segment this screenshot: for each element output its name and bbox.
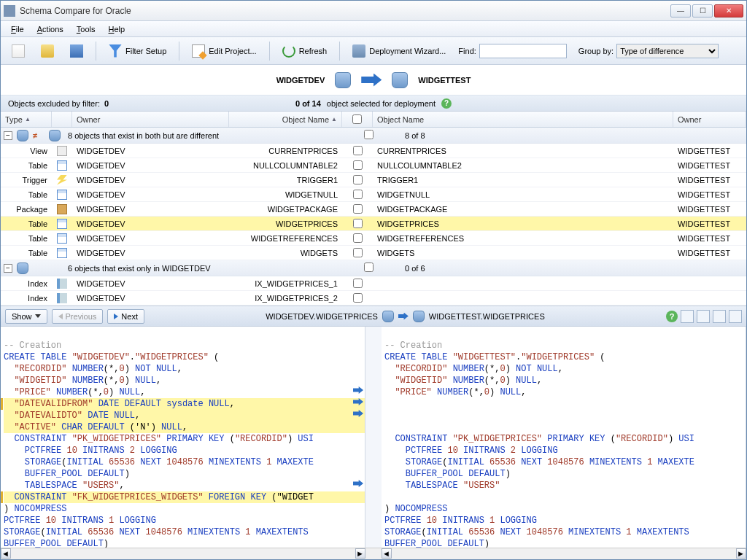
diff-pane-right[interactable]: -- Creation CREATE TABLE "WIDGETTEST"."W…: [382, 327, 746, 548]
row-checkbox[interactable]: [353, 279, 363, 288]
table-row[interactable]: Package WIDGETDEV WIDGETPACKAGE WIDGETPA…: [1, 202, 746, 217]
open-icon: [41, 44, 54, 58]
close-button[interactable]: ✕: [714, 4, 743, 18]
group-row-both[interactable]: − 8 objects that exist in both but are d…: [1, 128, 746, 144]
col-type[interactable]: Type ▲: [1, 112, 52, 127]
menu-file[interactable]: File: [5, 23, 30, 35]
pane-button-1[interactable]: [681, 310, 694, 323]
row-checkbox[interactable]: [353, 175, 363, 184]
group-label: 8 objects that exist in both but are dif…: [68, 131, 219, 140]
database-icon: [49, 130, 61, 141]
table-row[interactable]: Index WIDGETDEV IX_WIDGETPRICES_1: [1, 276, 746, 291]
group-by-select[interactable]: Type of difference: [616, 44, 719, 58]
menu-actions[interactable]: Actions: [31, 23, 69, 35]
grid-body: − 8 objects that exist in both but are d…: [1, 128, 746, 306]
row-checkbox[interactable]: [353, 146, 363, 155]
show-button[interactable]: Show: [5, 309, 47, 324]
find-label: Find:: [458, 47, 476, 55]
wizard-icon: [352, 44, 365, 58]
table-row[interactable]: View WIDGETDEV CURRENTPRICES CURRENTPRIC…: [1, 144, 746, 158]
open-button[interactable]: [34, 41, 61, 61]
grid-header: Type ▲ Owner Object Name ▲ Object Name O…: [1, 112, 746, 128]
app-icon: [4, 5, 15, 17]
help-icon[interactable]: ?: [666, 311, 678, 322]
col-checkbox-header[interactable]: [342, 112, 373, 127]
refresh-label: Refresh: [299, 47, 328, 55]
menu-help[interactable]: Help: [103, 23, 131, 35]
refresh-button[interactable]: Refresh: [276, 41, 334, 61]
group-count: 0 of 6: [405, 264, 425, 273]
database-icon: [335, 72, 351, 88]
selection-count: 0 of 14: [295, 99, 321, 108]
separator: [339, 42, 340, 61]
not-equal-icon: [33, 131, 44, 140]
row-checkbox[interactable]: [353, 190, 363, 199]
scrollbar-h-left[interactable]: ◄►: [1, 548, 365, 559]
diff-toolbar: Show Previous Next WIDGETDEV.WIDGETPRICE…: [1, 306, 746, 327]
left-source-label: WIDGETDEV: [276, 76, 325, 85]
selection-label: object selected for deployment: [327, 99, 436, 108]
maximize-button[interactable]: ☐: [692, 4, 713, 18]
group-label: 6 objects that exist only in WIDGETDEV: [68, 264, 211, 273]
diff-left-label: WIDGETDEV.WIDGETPRICES: [266, 312, 378, 321]
collapse-icon[interactable]: −: [4, 264, 12, 273]
group-count: 8 of 8: [405, 131, 425, 140]
deployment-wizard-button[interactable]: Deployment Wizard...: [346, 41, 452, 61]
table-icon: [57, 219, 67, 229]
excluded-label: Objects excluded by filter:: [8, 99, 100, 108]
save-icon: [70, 44, 83, 58]
col-owner[interactable]: Owner: [72, 112, 229, 127]
group-checkbox[interactable]: [364, 130, 374, 139]
edit-icon: [192, 44, 205, 58]
edit-project-button[interactable]: Edit Project...: [185, 41, 263, 61]
source-band: WIDGETDEV WIDGETTEST: [1, 65, 746, 96]
database-icon: [413, 311, 425, 322]
table-row[interactable]: Table WIDGETDEV WIDGETREFERENCES WIDGETR…: [1, 231, 746, 246]
table-icon: [57, 190, 67, 200]
new-icon: [12, 44, 25, 58]
previous-button[interactable]: Previous: [52, 309, 104, 324]
separator: [269, 42, 270, 61]
collapse-icon[interactable]: −: [4, 131, 12, 140]
find-input[interactable]: [479, 44, 567, 58]
table-row[interactable]: Trigger WIDGETDEV TRIGGER1 TRIGGER1 WIDG…: [1, 173, 746, 187]
diff-pane-left[interactable]: -- Creation CREATE TABLE "WIDGETDEV"."WI…: [1, 327, 365, 548]
right-source-label: WIDGETTEST: [418, 76, 471, 85]
separator: [179, 42, 179, 61]
arrow-icon: [361, 74, 382, 87]
row-checkbox[interactable]: [353, 293, 363, 303]
pane-button-2[interactable]: [697, 310, 710, 323]
menu-tools[interactable]: Tools: [71, 23, 101, 35]
scrollbar-h-right[interactable]: ◄►: [382, 548, 746, 559]
arrow-icon: [398, 313, 409, 320]
diff-view: -- Creation CREATE TABLE "WIDGETDEV"."WI…: [1, 327, 746, 548]
minimize-button[interactable]: —: [670, 4, 691, 18]
pane-button-3[interactable]: [713, 310, 726, 323]
titlebar: Schema Compare for Oracle — ☐ ✕: [1, 1, 746, 21]
col-object-name-right[interactable]: Object Name: [373, 112, 673, 127]
funnel-icon: [109, 44, 122, 58]
help-icon[interactable]: ?: [441, 98, 452, 109]
group-row-left-only[interactable]: − 6 objects that exist only in WIDGETDEV…: [1, 260, 746, 276]
menubar: File Actions Tools Help: [1, 21, 746, 37]
filter-setup-button[interactable]: Filter Setup: [102, 41, 173, 61]
new-button[interactable]: [5, 41, 31, 61]
database-icon: [17, 130, 28, 141]
row-checkbox[interactable]: [353, 248, 363, 257]
pane-button-4[interactable]: [729, 310, 742, 323]
row-checkbox[interactable]: [353, 219, 363, 228]
col-owner-right[interactable]: Owner: [673, 112, 746, 127]
table-row[interactable]: Table WIDGETDEV WIDGETS WIDGETS WIDGETTE…: [1, 246, 746, 260]
table-row[interactable]: Table WIDGETDEV NULLCOLUMNTABLE2 NULLCOL…: [1, 158, 746, 173]
table-icon: [57, 233, 67, 244]
table-row[interactable]: Index WIDGETDEV IX_WIDGETPRICES_2: [1, 291, 746, 306]
row-checkbox[interactable]: [353, 204, 363, 214]
table-row[interactable]: Table WIDGETDEV WIDGETPRICES WIDGETPRICE…: [1, 217, 746, 231]
save-button[interactable]: [63, 41, 90, 61]
col-object-name-left[interactable]: Object Name ▲: [229, 112, 342, 127]
next-button[interactable]: Next: [107, 309, 144, 324]
group-checkbox[interactable]: [364, 262, 374, 272]
row-checkbox[interactable]: [353, 160, 363, 170]
table-row[interactable]: Table WIDGETDEV WIDGETNULL WIDGETNULL WI…: [1, 187, 746, 202]
row-checkbox[interactable]: [353, 233, 363, 243]
